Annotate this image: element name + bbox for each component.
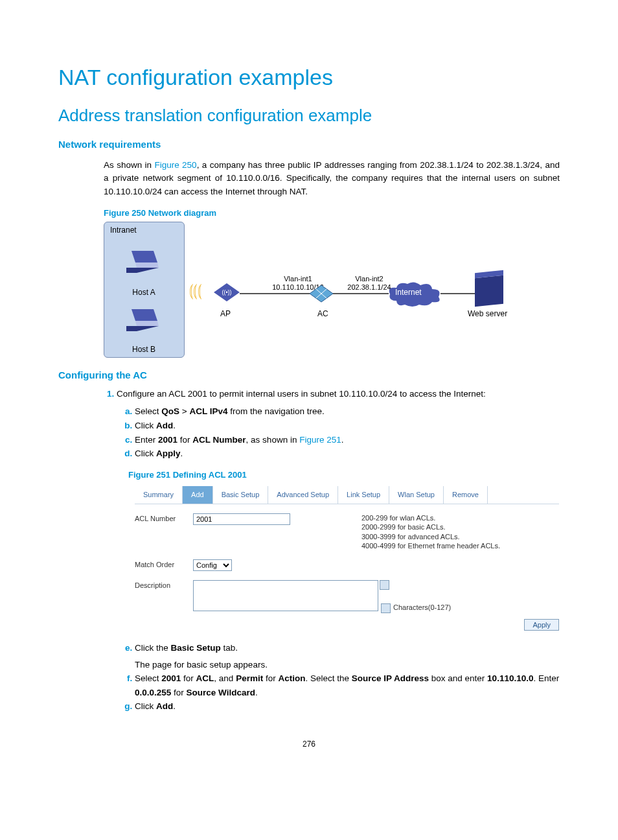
- ap-label: AP: [220, 309, 231, 318]
- figure-251-caption: Figure 251 Defining ACL 2001: [128, 469, 560, 482]
- acl-number-input[interactable]: [193, 513, 290, 525]
- step-a: Select QoS > ACL IPv4 from the navigatio…: [135, 404, 560, 419]
- laptop-icon: [126, 309, 159, 331]
- step-1-text: Configure an ACL 2001 to permit internal…: [117, 389, 486, 399]
- t: . Enter: [533, 673, 559, 683]
- figure-251-link[interactable]: Figure 251: [299, 435, 341, 445]
- t: Click: [135, 701, 156, 711]
- laptop-icon: [126, 251, 159, 273]
- description-label: Description: [135, 580, 193, 592]
- t: Source Wildcard: [187, 688, 255, 697]
- t: , as shown in: [246, 435, 300, 445]
- characters-label: Characters(0-127): [393, 602, 451, 614]
- if1-name: Vlan-int1: [284, 275, 312, 283]
- tab-basic-setup[interactable]: Basic Setup: [213, 486, 269, 504]
- t: , and: [214, 673, 236, 683]
- internet-label: Internet: [395, 288, 422, 297]
- step-1: Configure an ACL 2001 to permit internal…: [117, 387, 560, 714]
- link-line: [240, 293, 310, 294]
- t: tab.: [221, 643, 238, 653]
- tab-link-setup[interactable]: Link Setup: [338, 486, 389, 504]
- step-f: Select 2001 for ACL, and Permit for Acti…: [135, 671, 560, 699]
- t: Add: [156, 421, 173, 430]
- t: .: [173, 701, 176, 711]
- t: 0.0.0.255: [135, 688, 171, 697]
- step-g: Click Add.: [135, 699, 560, 714]
- t: Click the: [135, 643, 171, 653]
- hint: 3000-3999 for advanced ACLs.: [361, 532, 500, 541]
- figure-250-caption: Figure 250 Network diagram: [104, 208, 560, 218]
- section-subtitle: Address translation configuration exampl…: [58, 106, 560, 126]
- t: Basic Setup: [171, 643, 221, 653]
- step-d: Click Apply.: [135, 447, 560, 461]
- t: Click: [135, 449, 156, 458]
- t: ACL Number: [192, 435, 246, 445]
- t: 2001: [161, 673, 181, 683]
- tab-add[interactable]: Add: [183, 486, 213, 504]
- link-line: [441, 293, 477, 294]
- t: 10.110.10.0: [487, 673, 533, 683]
- tab-remove[interactable]: Remove: [444, 486, 488, 504]
- t: Select: [135, 406, 161, 416]
- t: for: [263, 673, 278, 683]
- t: Permit: [236, 673, 263, 683]
- t: 2001: [158, 435, 177, 445]
- scroll-down-icon[interactable]: [381, 603, 391, 613]
- ap-icon: ((•)): [214, 283, 240, 301]
- acl-number-label: ACL Number: [135, 513, 193, 525]
- t: Source IP Address: [352, 673, 429, 683]
- t: for: [171, 688, 186, 697]
- hint: 4000-4999 for Ethernet frame header ACLs…: [361, 541, 500, 550]
- t: box and enter: [429, 673, 487, 683]
- t: .: [173, 421, 176, 430]
- hint: 200-299 for wlan ACLs.: [361, 513, 500, 522]
- svg-marker-2: [126, 268, 159, 273]
- host-b-label: Host B: [124, 345, 163, 354]
- network-diagram: Intranet Host A Host B ⦅⦅⦅ ((•)) AP Vlan…: [104, 222, 518, 358]
- t: Click: [135, 421, 156, 430]
- link-line: [333, 293, 389, 294]
- t: ACL: [196, 673, 214, 683]
- t: for: [181, 673, 196, 683]
- t: Enter: [135, 435, 158, 445]
- wifi-icon: ⦅⦅⦅: [189, 280, 201, 301]
- if2-ip: 202.38.1.1/24: [347, 283, 391, 291]
- t: Add: [156, 701, 173, 711]
- svg-text:((•)): ((•)): [222, 289, 231, 296]
- t: . Select the: [305, 673, 351, 683]
- apply-button[interactable]: Apply: [524, 619, 559, 631]
- step-c: Enter 2001 for ACL Number, as shown in F…: [135, 433, 560, 447]
- svg-marker-0: [132, 251, 157, 262]
- t: .: [341, 435, 344, 445]
- tab-advanced-setup[interactable]: Advanced Setup: [268, 486, 338, 504]
- t: QoS: [161, 406, 179, 416]
- match-order-label: Match Order: [135, 559, 193, 571]
- tab-summary[interactable]: Summary: [135, 486, 183, 504]
- svg-marker-1: [135, 262, 159, 268]
- match-order-select[interactable]: Config: [193, 559, 232, 571]
- t: >: [179, 406, 189, 416]
- router-icon: [310, 284, 333, 303]
- step-b: Click Add.: [135, 419, 560, 433]
- t: ACL IPv4: [189, 406, 227, 416]
- page-number: 276: [58, 740, 560, 749]
- web-server-label: Web server: [468, 309, 507, 318]
- t: Apply: [156, 449, 181, 458]
- t: for: [177, 435, 192, 445]
- t: from the navigation tree.: [227, 406, 324, 416]
- description-textarea[interactable]: [193, 580, 378, 611]
- ac-label: AC: [317, 309, 328, 318]
- host-a-label: Host A: [124, 288, 163, 297]
- figure-250-link[interactable]: Figure 250: [154, 160, 196, 170]
- tab-wlan-setup[interactable]: Wlan Setup: [389, 486, 444, 504]
- t: Action: [278, 673, 305, 683]
- svg-marker-4: [135, 321, 159, 326]
- t: .: [255, 688, 258, 697]
- scroll-up-icon[interactable]: [380, 580, 389, 590]
- svg-marker-3: [132, 309, 157, 321]
- acl-tabs: Summary Add Basic Setup Advanced Setup L…: [135, 486, 559, 505]
- if2-name: Vlan-int2: [355, 275, 383, 283]
- t: .: [181, 449, 183, 458]
- acl-form: Summary Add Basic Setup Advanced Setup L…: [135, 486, 559, 631]
- server-icon: [475, 275, 503, 307]
